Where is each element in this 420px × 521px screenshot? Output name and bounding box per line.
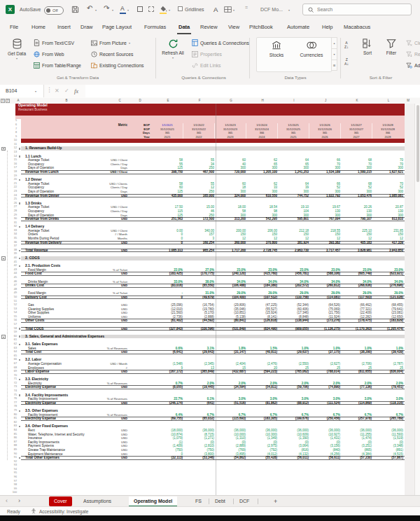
drag-handle-icon[interactable]: ⋮: [46, 86, 52, 93]
outline-collapse-button[interactable]: [1, 256, 6, 260]
redo-chevron-icon[interactable]: ▾: [112, 8, 113, 12]
column-header-F[interactable]: F: [192, 98, 206, 104]
add-sheet-button[interactable]: +: [269, 496, 282, 506]
sheet-tab-assumptions[interactable]: Assumptions: [78, 496, 116, 506]
font-color-chevron-icon[interactable]: ▾: [127, 8, 129, 12]
merge-chevron-icon[interactable]: ▾: [233, 8, 234, 12]
outline-level-2-button[interactable]: 2: [6, 99, 10, 103]
search-box[interactable]: Search: [302, 4, 412, 15]
tab-macabacus[interactable]: Macabacus: [342, 22, 372, 33]
outline-collapse-button[interactable]: [1, 335, 6, 339]
column-header-E[interactable]: E: [161, 98, 175, 104]
cancel-icon[interactable]: ✕: [55, 85, 59, 97]
existing-connections-button[interactable]: Existing Connections: [91, 60, 144, 70]
recent-sources-button[interactable]: Recent Sources: [91, 49, 133, 59]
tab-pitchbook[interactable]: PitchBook: [248, 22, 274, 33]
formula-input[interactable]: [85, 85, 420, 97]
tab-help[interactable]: Help: [321, 22, 334, 33]
stocks-button[interactable]: Stocks: [261, 41, 292, 57]
properties-icon: [192, 51, 198, 57]
scrollbar-thumb[interactable]: [416, 105, 419, 182]
border-icon[interactable]: [137, 6, 143, 12]
font-color-icon[interactable]: A: [120, 5, 125, 13]
undo-chevron-icon[interactable]: ▾: [95, 8, 97, 12]
tab-view[interactable]: View: [227, 22, 241, 33]
column-header-K[interactable]: K: [350, 98, 364, 104]
tab-formulas[interactable]: Formulas: [143, 22, 167, 33]
connections-icon: [91, 62, 97, 69]
bracket-icon[interactable]: [148, 6, 154, 12]
tab-data[interactable]: Data: [177, 22, 191, 34]
sheet-tab-fs[interactable]: FS: [190, 496, 206, 506]
sheet-tab-cover[interactable]: Cover: [49, 496, 72, 506]
name-box-chevron-icon[interactable]: ▾: [35, 90, 36, 93]
outline-level-1-button[interactable]: 1: [1, 99, 5, 103]
bank-icon: [272, 41, 281, 50]
column-header-M[interactable]: M: [401, 98, 415, 104]
tab-page-layout[interactable]: Page Layout: [101, 22, 133, 33]
outline-marker-icon: [19, 359, 20, 361]
from-picture-button[interactable]: From Picture▾: [91, 38, 130, 48]
clear-funnel-icon: [406, 40, 412, 46]
from-text-csv-button[interactable]: From Text/CSV: [34, 38, 74, 48]
merge-table-icon[interactable]: [224, 6, 232, 13]
fill-color-icon[interactable]: [160, 6, 167, 12]
advanced-filter-button[interactable]: Advanced: [406, 60, 420, 70]
name-box[interactable]: B104 ▾: [0, 85, 44, 97]
column-header-H[interactable]: H: [255, 98, 270, 104]
properties-button[interactable]: Properties: [192, 49, 222, 59]
save-icon[interactable]: [71, 6, 79, 13]
fill-chevron-icon[interactable]: ▾: [169, 8, 170, 12]
undo-icon[interactable]: ↶: [87, 4, 92, 12]
tab-automate[interactable]: Automate: [286, 22, 311, 33]
tab-insert[interactable]: Insert: [56, 22, 72, 33]
column-header-B[interactable]: B: [59, 98, 74, 104]
gallery-scroll[interactable]: ▴ ▾ ☰: [331, 37, 337, 71]
column-header-C[interactable]: C: [113, 98, 127, 104]
get-data-button[interactable]: Get Data ▾: [4, 39, 29, 61]
filter-button[interactable]: Filter: [381, 39, 402, 55]
reapply-filter-button[interactable]: Reapply: [406, 49, 420, 59]
sort-za-button[interactable]: ZA↓: [344, 57, 349, 66]
column-header-G[interactable]: G: [224, 98, 238, 104]
outline-collapse-button[interactable]: [1, 147, 6, 151]
tab-divider: [233, 499, 234, 504]
autosave-toggle[interactable]: Off: [44, 6, 64, 15]
doc-title-chevron-icon[interactable]: ▾: [288, 8, 290, 12]
gallery-down-icon[interactable]: ▾: [332, 48, 337, 60]
enter-icon[interactable]: ✓: [64, 85, 69, 97]
queries-connections-button[interactable]: Queries & Connections: [192, 38, 249, 48]
gridlines-checkbox[interactable]: [178, 6, 183, 11]
sheet-tab-operating-model[interactable]: Operating Model: [129, 496, 177, 507]
tab-review[interactable]: Review: [199, 22, 219, 33]
redo-icon[interactable]: ↷: [104, 4, 109, 12]
tab-scroll-left-icon[interactable]: ‹: [6, 496, 8, 506]
tab-file[interactable]: File: [8, 22, 20, 33]
tab-draw[interactable]: Draw: [79, 22, 94, 33]
sheet-tab-dcf[interactable]: DCF: [234, 496, 254, 506]
sheet-tab-debt[interactable]: Debt: [210, 496, 230, 506]
vertical-scrollbar[interactable]: [414, 104, 420, 495]
gridlines-label[interactable]: Gridlines: [185, 0, 204, 20]
column-header-D[interactable]: D: [133, 98, 147, 104]
tab-home[interactable]: Home: [30, 22, 47, 33]
clear-filter-button[interactable]: Clear: [406, 38, 420, 48]
fx-icon[interactable]: fx: [74, 85, 78, 97]
group-label-queries: Queries & Connections: [158, 75, 249, 80]
accessibility-icon[interactable]: [31, 508, 36, 514]
gallery-more-icon[interactable]: ☰: [332, 60, 337, 71]
column-header-I[interactable]: I: [287, 98, 301, 104]
edit-links-button[interactable]: Edit Links: [192, 60, 220, 70]
from-table-range-button[interactable]: From Table/Range: [34, 60, 81, 70]
currencies-button[interactable]: Currencies: [295, 41, 328, 57]
column-header-J[interactable]: J: [318, 98, 332, 104]
from-web-button[interactable]: From Web: [34, 49, 64, 59]
tab-scroll-right-icon[interactable]: ›: [18, 496, 20, 506]
doc-title[interactable]: DCF Mo...: [260, 0, 283, 20]
sort-az-button[interactable]: AZ↓: [344, 41, 349, 49]
gallery-up-icon[interactable]: ▴: [332, 38, 337, 48]
column-header-L[interactable]: L: [382, 98, 396, 104]
refresh-all-button[interactable]: Refresh All ▾: [160, 39, 186, 60]
sort-button[interactable]: Sort: [357, 39, 378, 55]
font-size-a-icon[interactable]: A: [214, 4, 218, 15]
